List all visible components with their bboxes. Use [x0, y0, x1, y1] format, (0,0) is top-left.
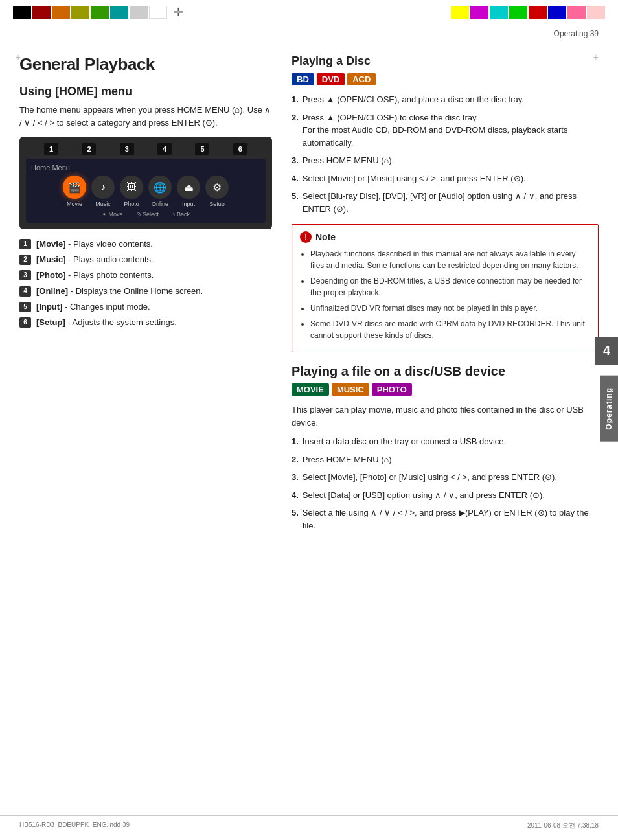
color-lightpink: [587, 6, 605, 19]
color-red: [529, 6, 547, 19]
color-teal: [110, 6, 128, 19]
playing-disc-steps: 1. Press ▲ (OPEN/CLOSE), and place a dis…: [292, 93, 599, 215]
color-yellow: [451, 6, 469, 19]
item-text-6: [Setup] - Adjusts the system settings.: [36, 317, 177, 328]
left-column: General Playback Using [HOME] menu The h…: [19, 54, 272, 541]
list-item: 4. Select [Data] or [USB] option using ∧…: [292, 489, 599, 502]
item-text-2: [Music] - Plays audio contents.: [36, 254, 154, 266]
corner-mark-tr: +: [593, 52, 599, 62]
item-num-4: 4: [19, 286, 31, 297]
item-text-4: [Online] - Displays the Online Home scre…: [36, 286, 203, 297]
color-lime: [509, 6, 527, 19]
chapter-number: 4: [595, 337, 618, 365]
menu-num-3: 3: [120, 143, 134, 155]
list-item: 3. Select [Movie], [Photo] or [Music] us…: [292, 471, 599, 484]
menu-image: 1 2 3 4 5 6 Home Menu 🎬 Movie ♪ Music: [19, 137, 272, 229]
page-footer: HB516-RD3_BDEUPPK_ENG.indd 39 2011-06-08…: [0, 815, 618, 830]
menu-icon-movie: 🎬 Movie: [63, 176, 86, 207]
menu-icon-input: ⏏ Input: [177, 176, 200, 207]
step-text: Select [Blu-ray Disc], [DVD], [VR] or [A…: [303, 190, 599, 215]
item-text-1: [Movie] - Plays video contents.: [36, 238, 153, 250]
color-green: [91, 6, 109, 19]
list-item: 1. Insert a data disc on the tray or con…: [292, 435, 599, 448]
menu-icon-setup: ⚙ Setup: [205, 176, 229, 207]
step-num: 3.: [292, 154, 299, 167]
top-bar: ✛: [0, 0, 618, 25]
list-item: 6 [Setup] - Adjusts the system settings.: [19, 317, 272, 328]
badge-acd: ACD: [347, 73, 376, 85]
color-darkred: [32, 6, 51, 19]
color-lightgray: [130, 6, 148, 19]
menu-screen: Home Menu 🎬 Movie ♪ Music 🖼 Photo: [26, 159, 266, 223]
step-text: Insert a data disc on the tray or connec…: [303, 435, 599, 448]
step-num: 5.: [292, 506, 299, 519]
disc-badges: BD DVD ACD: [292, 73, 599, 85]
step-text: Press HOME MENU (⌂).: [303, 453, 599, 466]
playing-file-desc: This player can play movie, music and ph…: [292, 403, 599, 429]
color-white: [149, 6, 167, 19]
color-olive: [71, 6, 89, 19]
list-item: 4 [Online] - Displays the Online Home sc…: [19, 286, 272, 297]
step-num: 4.: [292, 172, 299, 185]
list-item: 2. Press HOME MENU (⌂).: [292, 453, 599, 466]
menu-icon-photo: 🖼 Photo: [120, 176, 143, 207]
photo-label: Photo: [124, 201, 139, 207]
step-num: 2.: [292, 453, 299, 466]
step-text: Select [Data] or [USB] option using ∧ / …: [303, 489, 599, 502]
note-title: ! Note: [300, 231, 590, 243]
list-item: 2. Press ▲ (OPEN/CLOSE) to close the dis…: [292, 111, 599, 150]
badge-photo: PHOTO: [372, 383, 412, 396]
color-blue: [548, 6, 566, 19]
list-item: Playback functions described in this man…: [310, 248, 590, 271]
menu-screen-title: Home Menu: [31, 164, 260, 172]
main-content: General Playback Using [HOME] menu The h…: [0, 41, 618, 554]
step-num: 1.: [292, 93, 299, 106]
color-pink: [567, 6, 586, 19]
menu-select-hint: ⊙ Select: [136, 211, 159, 218]
input-icon: ⏏: [177, 176, 200, 199]
list-item: 4. Select [Movie] or [Music] using < / >…: [292, 172, 599, 185]
photo-icon: 🖼: [120, 176, 143, 199]
page-number: Operating 39: [554, 29, 599, 38]
list-item: 5 [Input] - Changes input mode.: [19, 301, 272, 313]
home-menu-title: Using [HOME] menu: [19, 85, 272, 98]
list-item: Some DVD-VR discs are made with CPRM dat…: [310, 318, 590, 341]
online-icon: 🌐: [148, 176, 172, 199]
list-item: 1 [Movie] - Plays video contents.: [19, 238, 272, 250]
menu-num-4: 4: [157, 143, 172, 155]
corner-mark-tl: +: [16, 52, 21, 62]
menu-numbers-row: 1 2 3 4 5 6: [26, 143, 266, 155]
list-item: 2 [Music] - Plays audio contents.: [19, 254, 272, 266]
step-text: Select [Movie] or [Music] using < / >, a…: [303, 172, 599, 185]
list-item: Unfinalized DVD VR format discs may not …: [310, 302, 590, 314]
step-num: 5.: [292, 190, 299, 203]
color-blocks-left: [13, 6, 167, 19]
music-label: Music: [95, 201, 111, 207]
list-item: 5. Select a file using ∧ / ∨ / < / >, an…: [292, 506, 599, 532]
badge-movie: MOVIE: [292, 383, 329, 396]
step-num: 3.: [292, 471, 299, 484]
menu-icons-row: 🎬 Movie ♪ Music 🖼 Photo 🌐 Online: [31, 176, 260, 207]
setup-icon: ⚙: [205, 176, 229, 199]
color-cyan: [490, 6, 508, 19]
step-num: 4.: [292, 489, 299, 502]
menu-bottom-bar: ✦ Move ⊙ Select ⌂ Back: [31, 211, 260, 218]
step-text: Select a file using ∧ / ∨ / < / >, and p…: [303, 506, 599, 532]
item-num-6: 6: [19, 317, 31, 328]
menu-num-1: 1: [44, 143, 58, 155]
list-item: 5. Select [Blu-ray Disc], [DVD], [VR] or…: [292, 190, 599, 215]
right-column: Playing a Disc BD DVD ACD 1. Press ▲ (OP…: [292, 54, 599, 541]
step-text: Press HOME MENU (⌂).: [303, 154, 599, 167]
badge-bd: BD: [292, 73, 314, 85]
item-text-3: [Photo] - Plays photo contents.: [36, 269, 154, 281]
menu-items-list: 1 [Movie] - Plays video contents. 2 [Mus…: [19, 238, 272, 328]
note-label: Note: [315, 232, 336, 242]
item-num-2: 2: [19, 255, 31, 265]
footer-left: HB516-RD3_BDEUPPK_ENG.indd 39: [19, 821, 130, 830]
menu-num-6: 6: [233, 143, 247, 155]
playing-file-title: Playing a file on a disc/USB device: [292, 363, 599, 380]
item-num-5: 5: [19, 302, 31, 312]
page-header: Operating 39: [0, 25, 618, 41]
playing-file-steps: 1. Insert a data disc on the tray or con…: [292, 435, 599, 532]
setup-label: Setup: [209, 201, 225, 207]
